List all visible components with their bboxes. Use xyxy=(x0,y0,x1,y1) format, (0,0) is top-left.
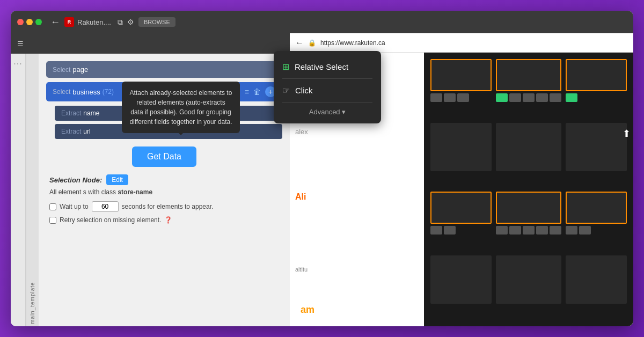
relative-select-menu-item[interactable]: ⊞ Relative Select xyxy=(282,58,372,75)
tooltip-box: Attach already-selected elements to rela… xyxy=(122,82,240,133)
grid-buttons-row-4 xyxy=(430,226,492,235)
ali-label: Ali xyxy=(295,192,306,202)
list-icon[interactable]: ≡ xyxy=(245,87,249,96)
tooltip-text: Attach already-selected elements to rela… xyxy=(129,89,232,126)
browser-chrome: ← R Rakuten.... ⧉ ⚙ BROWSE xyxy=(11,11,633,33)
extract-value-url: url xyxy=(83,128,90,135)
grid-image-orange-3 xyxy=(566,192,627,224)
copy-icon: ⧉ xyxy=(118,18,123,27)
retry-row: Retry selection on missing element. ❓ xyxy=(49,216,279,224)
grid-image-tall-3 xyxy=(566,123,627,171)
grid-buttons-row-3 xyxy=(566,93,627,102)
back-arrow-icon[interactable]: ← xyxy=(50,17,60,28)
wait-seconds-input[interactable] xyxy=(92,201,119,212)
scraper-body: ··· main_template Select page Select bus… xyxy=(11,54,290,326)
grid-cell-3-3 xyxy=(564,189,629,253)
wait-checkbox[interactable] xyxy=(49,203,56,210)
grid-image-orange-1 xyxy=(430,192,492,224)
help-icon[interactable]: ❓ xyxy=(164,216,172,224)
click-icon: ☞ xyxy=(282,85,290,96)
wait-prefix: Wait up to xyxy=(60,203,89,210)
lock-icon: 🔒 xyxy=(308,39,316,47)
extract-value-name: name xyxy=(83,109,99,117)
grid-buttons-row-2 xyxy=(496,93,561,102)
advanced-row[interactable]: Advanced ▾ xyxy=(282,106,372,116)
retry-label: Retry selection on missing element. xyxy=(60,216,161,224)
scraper-content: Select page Select business (72) ≡ 🗑 + xyxy=(39,54,290,326)
url-bar: ← 🔒 https://www.rakuten.ca xyxy=(290,33,633,53)
grid-image-highlighted-2 xyxy=(496,59,561,91)
browse-button[interactable]: BROWSE xyxy=(138,17,175,27)
grid-image-tall-2 xyxy=(496,123,561,171)
retry-checkbox[interactable] xyxy=(49,217,56,224)
grid-cell-4-1 xyxy=(428,253,494,323)
extract-label-1: Extract xyxy=(61,109,81,117)
grid-cell-1-2 xyxy=(494,57,564,121)
grid-image-highlighted-3 xyxy=(566,59,627,91)
node-description: All element s with class store-name xyxy=(49,188,279,196)
select-page-row[interactable]: Select page xyxy=(46,61,282,78)
wait-suffix: seconds for elements to appear. xyxy=(122,203,214,210)
node-desc-prefix: All element s with class xyxy=(49,188,116,196)
outer-container: ← R Rakuten.... ⧉ ⚙ BROWSE ☰ xyxy=(0,0,644,337)
content-area: ☰ ··· main_template Select page xyxy=(11,33,633,326)
grid-btn-8 xyxy=(430,226,442,235)
sidebar-dots-icon: ··· xyxy=(13,59,22,69)
select-value-business: business xyxy=(72,88,100,96)
grid-cell-2-2 xyxy=(494,121,564,190)
grid-image-tall-1 xyxy=(430,123,492,171)
grid-image-tall-5 xyxy=(496,255,561,304)
grid-btn-4 xyxy=(509,93,521,102)
scraper-sidebar: ··· xyxy=(11,54,26,326)
click-menu-item[interactable]: ☞ Click xyxy=(282,82,372,99)
grid-btn-12 xyxy=(523,226,535,235)
row-icons: ≡ 🗑 + xyxy=(245,86,276,97)
grid-btn-6 xyxy=(536,93,548,102)
dropdown-menu: ⊞ Relative Select ☞ Click Advanced ▾ xyxy=(274,51,381,123)
grid-buttons-row-1 xyxy=(430,93,492,102)
grid-image-tall-6 xyxy=(566,255,627,304)
grid-btn-green-1 xyxy=(496,93,508,102)
grid-image-highlighted-1 xyxy=(430,59,492,91)
get-data-button[interactable]: Get Data xyxy=(132,146,196,167)
alex-label: alex xyxy=(295,128,308,136)
grid-image-tall-4 xyxy=(430,255,492,304)
grid-btn-9 xyxy=(444,226,456,235)
select-value-page: page xyxy=(72,65,88,74)
browser-nav-icons: ⧉ ⚙ xyxy=(118,18,134,27)
grid-btn-1 xyxy=(430,93,442,102)
grid-cell-1-1 xyxy=(428,57,494,121)
altitude-label: altitu xyxy=(295,266,308,273)
click-label: Click xyxy=(295,86,313,95)
grid-btn-16 xyxy=(579,226,591,235)
edit-button[interactable]: Edit xyxy=(106,174,128,185)
browser-title-area: R Rakuten.... xyxy=(64,17,111,27)
trash-icon[interactable]: 🗑 xyxy=(253,87,261,96)
menu-divider-2 xyxy=(282,102,372,102)
grid-cell-4-3 xyxy=(564,253,629,323)
back-nav-icon[interactable]: ← xyxy=(295,38,304,48)
close-dot[interactable] xyxy=(17,19,24,25)
scraper-panel: ☰ ··· main_template Select page xyxy=(11,33,290,326)
advanced-label: Advanced ▾ xyxy=(309,108,346,116)
selection-node-section: Selection Node: Edit All element s with … xyxy=(46,174,282,224)
grid-btn-10 xyxy=(496,226,508,235)
grid-cell-3-2 xyxy=(494,189,564,253)
relative-select-label: Relative Select xyxy=(295,62,348,71)
grid-btn-2 xyxy=(444,93,456,102)
grid-btn-green-2 xyxy=(566,93,577,102)
select-label-2: Select xyxy=(53,88,70,96)
rakuten-favicon: R xyxy=(64,17,74,27)
maximize-dot[interactable] xyxy=(35,19,42,25)
node-class-name: store-name xyxy=(118,188,152,196)
grid-btn-13 xyxy=(536,226,548,235)
wait-row: Wait up to seconds for elements to appea… xyxy=(49,201,279,212)
scraper-header-left: ☰ xyxy=(17,40,24,48)
browser-tab-title: Rakuten.... xyxy=(77,18,111,26)
grid-cell-4-2 xyxy=(494,253,564,323)
minimize-dot[interactable] xyxy=(26,19,33,25)
relative-select-icon: ⊞ xyxy=(282,62,289,72)
url-display: https://www.rakuten.ca xyxy=(320,39,385,47)
main-window: ← R Rakuten.... ⧉ ⚙ BROWSE ☰ xyxy=(11,11,633,326)
grid-cell-3-1 xyxy=(428,189,494,253)
